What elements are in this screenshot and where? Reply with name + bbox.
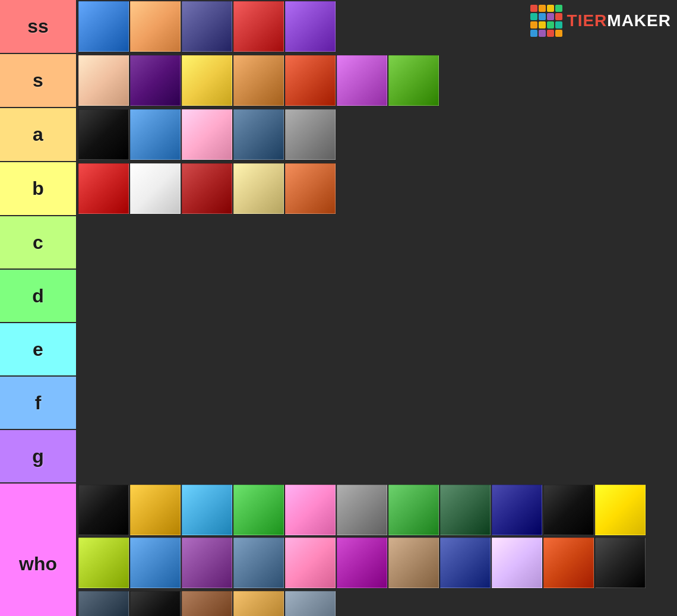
avatar-w24 [130, 591, 181, 616]
tier-items-g [77, 430, 677, 482]
tier-label-f: f [0, 377, 77, 429]
logo-text: TiERMAKER [567, 11, 671, 30]
logo-grid [530, 5, 562, 37]
tier-row-e: e [0, 323, 677, 377]
avatar-w14 [182, 538, 232, 588]
avatar-w26 [233, 591, 284, 616]
tier-label-a: a [0, 108, 77, 161]
tier-label-b: b [0, 162, 77, 215]
avatar-w2 [130, 485, 181, 535]
avatar-a3 [182, 109, 232, 160]
tier-label-d: d [0, 270, 77, 322]
avatar-w9 [492, 485, 542, 535]
avatar-w4 [233, 485, 284, 535]
tier-row-who: who [0, 484, 677, 616]
avatar-s2 [130, 55, 181, 106]
avatar-w15 [233, 538, 284, 588]
avatar-s6 [337, 55, 387, 106]
tier-row-a: a [0, 108, 677, 162]
avatar-w22 [595, 538, 646, 588]
tier-items-c [77, 216, 677, 268]
avatar-w10 [543, 485, 594, 535]
avatar-ss2 [130, 1, 181, 52]
tier-items-who [77, 484, 677, 616]
tier-row-c: c [0, 216, 677, 270]
avatar-w7 [388, 485, 439, 535]
avatar-s3 [182, 55, 232, 106]
tier-row-s: s [0, 54, 677, 108]
avatar-w5 [285, 485, 336, 535]
tier-label-e: e [0, 323, 77, 375]
avatar-w18 [388, 538, 439, 588]
avatar-ss3 [182, 1, 232, 52]
avatar-w19 [440, 538, 491, 588]
avatar-a1 [78, 109, 129, 160]
avatar-ss5 [285, 1, 336, 52]
avatar-s7 [388, 55, 439, 106]
tier-row-b: b [0, 162, 677, 216]
avatar-w23 [78, 591, 129, 616]
tier-label-ss: ss [0, 0, 77, 53]
avatar-b2 [130, 163, 181, 214]
avatar-w3 [182, 485, 232, 535]
avatar-w20 [492, 538, 542, 588]
avatar-w21 [543, 538, 594, 588]
tier-label-c: c [0, 216, 77, 268]
avatar-ss1 [78, 1, 129, 52]
tier-items-d [77, 270, 677, 322]
tier-label-who: who [0, 484, 77, 616]
avatar-w12 [78, 538, 129, 588]
avatar-b3 [182, 163, 232, 214]
avatar-w11 [595, 485, 646, 535]
avatar-w1 [78, 485, 129, 535]
tier-items-f [77, 377, 677, 429]
avatar-w25 [182, 591, 232, 616]
avatar-ss4 [233, 1, 284, 52]
avatar-s5 [285, 55, 336, 106]
tier-row-d: d [0, 270, 677, 323]
avatar-a5 [285, 109, 336, 160]
tier-items-s [77, 54, 677, 107]
tier-container: sssabcdefgwho [0, 0, 677, 616]
avatar-w8 [440, 485, 491, 535]
tier-label-g: g [0, 430, 77, 482]
avatar-w27 [285, 591, 336, 616]
avatar-s4 [233, 55, 284, 106]
avatar-s1 [78, 55, 129, 106]
tier-items-b [77, 162, 677, 215]
avatar-w13 [130, 538, 181, 588]
avatar-b1 [78, 163, 129, 214]
avatar-w6 [337, 485, 387, 535]
tier-label-s: s [0, 54, 77, 107]
avatar-w16 [285, 538, 336, 588]
tiermaker-logo: TiERMAKER [530, 5, 671, 37]
tier-items-a [77, 108, 677, 161]
tier-row-f: f [0, 377, 677, 430]
tier-items-e [77, 323, 677, 375]
avatar-b4 [233, 163, 284, 214]
avatar-a2 [130, 109, 181, 160]
tier-row-g: g [0, 430, 677, 484]
avatar-b5 [285, 163, 336, 214]
avatar-a4 [233, 109, 284, 160]
avatar-w17 [337, 538, 387, 588]
